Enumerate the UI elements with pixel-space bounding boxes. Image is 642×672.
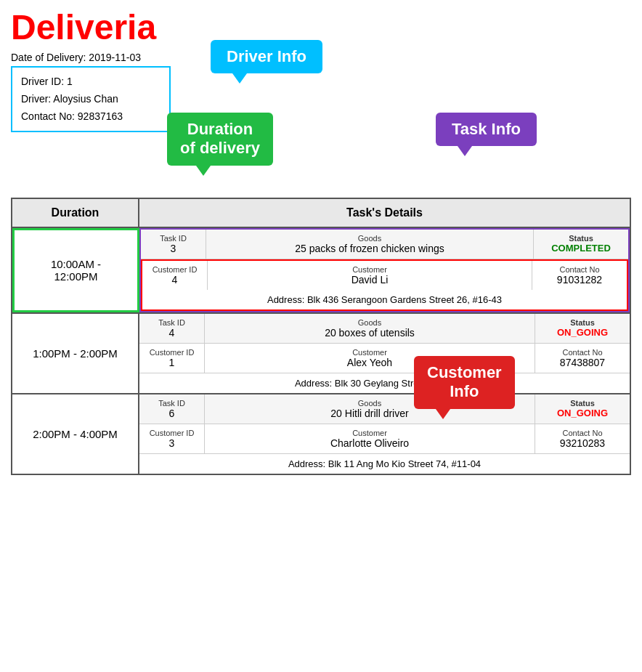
driver-id: Driver ID: 1 <box>21 73 160 91</box>
customer-info-block-1: Customer ID 4 Customer David Li Contact … <box>141 259 628 311</box>
task-row-2a-details: Task ID 4 Goods 20 boxes of utensils Sta… <box>139 314 630 344</box>
duration-bubble: Durationof delivery <box>167 113 273 166</box>
time-slot-row-2: 1:00PM - 2:00PM Task ID 4 Goods 20 boxes… <box>12 314 630 394</box>
contact-cell-2: Contact No 87438807 <box>535 344 630 373</box>
cust-id-cell-2: Customer ID 1 <box>139 344 205 373</box>
task-row-3b-details: Customer ID 3 Customer Charlotte Oliveir… <box>139 424 630 454</box>
task-block-2: Task ID 4 Goods 20 boxes of utensils Sta… <box>139 314 630 393</box>
driver-contact: Contact No: 92837163 <box>21 108 160 126</box>
duration-cell-3: 2:00PM - 4:00PM <box>12 394 139 474</box>
task-id-cell-2: Task ID 4 <box>139 314 205 343</box>
task-row-3a-details: Task ID 6 Goods 20 Hitli drill driver St… <box>139 394 630 424</box>
status-cell-3: Status ON_GOING <box>535 394 630 424</box>
cust-id-cell-3: Customer ID 3 <box>139 424 205 453</box>
time-slot-row-3: 2:00PM - 4:00PM Task ID 6 Goods 20 Hitli… <box>12 394 630 474</box>
status-cell-1: Status COMPLETED <box>534 230 628 259</box>
driver-name: Driver: Aloysius Chan <box>21 91 160 108</box>
goods-cell-1: Goods 25 packs of frozen chicken wings <box>206 230 534 259</box>
task-id-cell-3: Task ID 6 <box>139 394 205 424</box>
customer-cell-1: Customer David Li <box>208 261 532 290</box>
task-row-1-details: Task ID 3 Goods 25 packs of frozen chick… <box>141 230 628 259</box>
driver-info-box: Driver ID: 1 Driver: Aloysius Chan Conta… <box>11 66 171 132</box>
duration-cell-2: 1:00PM - 2:00PM <box>12 314 139 393</box>
tasks-area-2: Task ID 4 Goods 20 boxes of utensils Sta… <box>139 314 630 393</box>
task-id-cell-1: Task ID 3 <box>141 230 206 259</box>
cust-id-cell-1: Customer ID 4 <box>142 261 208 290</box>
task-block-1: Task ID 3 Goods 25 packs of frozen chick… <box>139 228 630 312</box>
contact-cell-3: Contact No 93210283 <box>535 424 630 453</box>
header-duration: Duration <box>12 199 139 227</box>
address-cell-1: Address: Blk 436 Serangoon Gardens Stree… <box>142 290 627 309</box>
time-slot-row-1: 10:00AM -12:00PM Task ID 3 Goods 25 pack… <box>12 228 630 314</box>
status-cell-2: Status ON_GOING <box>535 314 630 343</box>
header-tasks: Task's Details <box>139 199 630 227</box>
task-block-3: Task ID 6 Goods 20 Hitli drill driver St… <box>139 394 630 474</box>
duration-cell-1: 10:00AM -12:00PM <box>12 228 139 312</box>
table-header: Duration Task's Details <box>12 199 630 228</box>
driver-info-bubble: Driver Info <box>211 40 322 73</box>
address-cell-2: Address: Blk 30 Geylang Street 29, #06-4… <box>139 373 630 393</box>
contact-cell-1: Contact No 91031282 <box>532 261 627 290</box>
customer-cell-3: Customer Charlotte Oliveiro <box>205 424 535 453</box>
address-cell-3: Address: Blk 11 Ang Mo Kio Street 74, #1… <box>139 454 630 474</box>
customer-info-bubble: CustomerInfo <box>414 356 515 409</box>
tasks-area-1: Task ID 3 Goods 25 packs of frozen chick… <box>139 228 630 312</box>
main-table: Duration Task's Details 10:00AM -12:00PM… <box>11 198 631 475</box>
tasks-area-3: Task ID 6 Goods 20 Hitli drill driver St… <box>139 394 630 474</box>
task-row-2b-details: Customer ID 1 Customer Alex Yeoh Contact… <box>139 344 630 373</box>
task-row-2-details: Customer ID 4 Customer David Li Contact … <box>142 261 627 290</box>
task-info-bubble: Task Info <box>436 113 537 146</box>
goods-cell-2: Goods 20 boxes of utensils <box>205 314 535 343</box>
